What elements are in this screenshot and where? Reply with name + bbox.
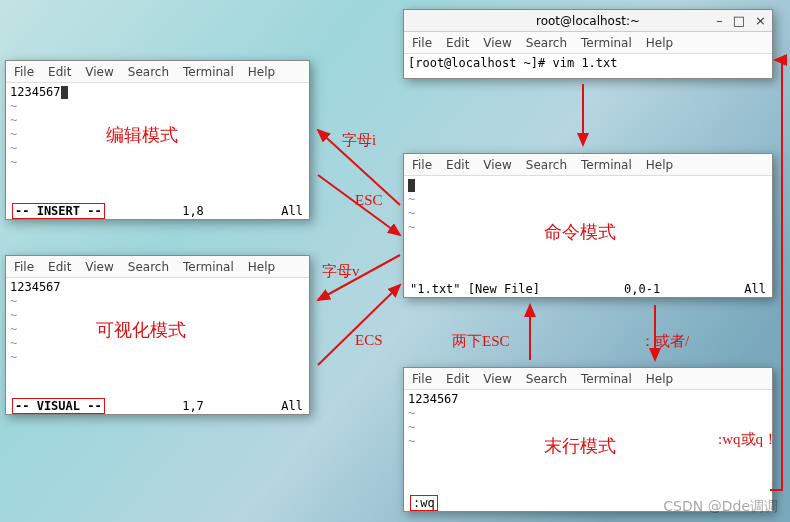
menu-terminal[interactable]: Terminal	[581, 158, 632, 172]
minimize-icon[interactable]: –	[716, 13, 723, 28]
cursor	[408, 179, 415, 192]
menu-file[interactable]: File	[412, 36, 432, 50]
editor-content: 1234567	[10, 280, 61, 294]
close-icon[interactable]: ×	[755, 13, 766, 28]
status-mode: -- VISUAL --	[12, 398, 105, 414]
tilde: ~	[408, 206, 415, 220]
menu-file[interactable]: File	[14, 65, 34, 79]
menubar: File Edit View Search Terminal Help	[6, 256, 309, 278]
tilde: ~	[10, 127, 17, 141]
menu-help[interactable]: Help	[248, 260, 275, 274]
editor-body[interactable]: 1234567 ~ ~ ~ 末行模式	[404, 390, 772, 493]
tilde: ~	[10, 322, 17, 336]
status-bar: -- VISUAL -- 1,7 All	[6, 398, 309, 414]
tilde: ~	[10, 308, 17, 322]
menu-help[interactable]: Help	[646, 36, 673, 50]
status-left: "1.txt" [New File]	[410, 282, 540, 296]
tilde: ~	[10, 155, 17, 169]
menu-help[interactable]: Help	[248, 65, 275, 79]
visual-window: File Edit View Search Terminal Help 1234…	[5, 255, 310, 415]
menu-file[interactable]: File	[412, 158, 432, 172]
tilde: ~	[408, 220, 415, 234]
menubar: File Edit View Search Terminal Help	[404, 154, 772, 176]
window-controls: – □ ×	[716, 13, 766, 28]
annot-letter-v: 字母v	[322, 262, 360, 281]
menu-view[interactable]: View	[85, 260, 113, 274]
menubar: File Edit View Search Terminal Help	[404, 368, 772, 390]
editor-content: 1234567	[10, 85, 61, 99]
annot-ecs: ECS	[355, 332, 383, 349]
shell-prompt: [root@localhost ~]# vim 1.txt	[408, 56, 618, 70]
menu-help[interactable]: Help	[646, 158, 673, 172]
menubar: File Edit View Search Terminal Help	[6, 61, 309, 83]
menubar: File Edit View Search Terminal Help	[404, 32, 772, 54]
editor-body[interactable]: 1234567 ~ ~ ~ ~ ~ 可视化模式	[6, 278, 309, 396]
menu-edit[interactable]: Edit	[446, 158, 469, 172]
tilde: ~	[408, 192, 415, 206]
tilde: ~	[408, 434, 415, 448]
tilde: ~	[10, 294, 17, 308]
shell-body[interactable]: [root@localhost ~]# vim 1.txt	[404, 54, 772, 78]
annot-double-esc: 两下ESC	[452, 332, 510, 351]
status-bar: -- INSERT -- 1,8 All	[6, 203, 309, 219]
mode-label-insert: 编辑模式	[106, 123, 178, 147]
command-window: File Edit View Search Terminal Help ~ ~ …	[403, 153, 773, 298]
annot-colon-or-slash: ：或者/	[640, 332, 689, 351]
status-pos: 1,7	[182, 399, 204, 413]
window-title: root@localhost:~	[536, 14, 640, 28]
mode-label-visual: 可视化模式	[96, 318, 186, 342]
annot-letter-i: 字母i	[342, 131, 376, 150]
status-pos: 0,0-1	[624, 282, 660, 296]
menu-file[interactable]: File	[412, 372, 432, 386]
menu-file[interactable]: File	[14, 260, 34, 274]
menu-edit[interactable]: Edit	[48, 65, 71, 79]
annot-esc: ESC	[355, 192, 383, 209]
cursor	[61, 86, 68, 99]
svg-line-5	[318, 285, 400, 365]
menu-edit[interactable]: Edit	[446, 36, 469, 50]
status-pos: 1,8	[182, 204, 204, 218]
menu-view[interactable]: View	[483, 36, 511, 50]
menu-terminal[interactable]: Terminal	[581, 372, 632, 386]
status-bar: "1.txt" [New File] 0,0-1 All	[404, 281, 772, 297]
status-cmd: :wq	[410, 495, 438, 511]
editor-body[interactable]: ~ ~ ~ 命令模式	[404, 176, 772, 279]
menu-edit[interactable]: Edit	[48, 260, 71, 274]
insert-window: File Edit View Search Terminal Help 1234…	[5, 60, 310, 220]
menu-view[interactable]: View	[85, 65, 113, 79]
editor-content: 1234567	[408, 392, 459, 406]
menu-help[interactable]: Help	[646, 372, 673, 386]
mode-label-lastline: 末行模式	[544, 434, 616, 458]
annot-wq: :wq或q！	[718, 430, 778, 449]
menu-terminal[interactable]: Terminal	[581, 36, 632, 50]
menu-terminal[interactable]: Terminal	[183, 65, 234, 79]
titlebar: root@localhost:~ – □ ×	[404, 10, 772, 32]
watermark: CSDN @Dde调调	[663, 498, 778, 516]
tilde: ~	[10, 99, 17, 113]
tilde: ~	[408, 406, 415, 420]
status-right: All	[744, 282, 766, 296]
menu-search[interactable]: Search	[526, 36, 567, 50]
shell-window: root@localhost:~ – □ × File Edit View Se…	[403, 9, 773, 79]
tilde: ~	[10, 141, 17, 155]
menu-search[interactable]: Search	[526, 158, 567, 172]
tilde: ~	[408, 420, 415, 434]
editor-body[interactable]: 1234567 ~ ~ ~ ~ ~ 编辑模式	[6, 83, 309, 201]
status-right: All	[281, 399, 303, 413]
menu-search[interactable]: Search	[128, 65, 169, 79]
tilde: ~	[10, 336, 17, 350]
status-right: All	[281, 204, 303, 218]
menu-edit[interactable]: Edit	[446, 372, 469, 386]
tilde: ~	[10, 113, 17, 127]
menu-view[interactable]: View	[483, 372, 511, 386]
status-mode: -- INSERT --	[12, 203, 105, 219]
maximize-icon[interactable]: □	[733, 13, 745, 28]
menu-search[interactable]: Search	[526, 372, 567, 386]
menu-view[interactable]: View	[483, 158, 511, 172]
mode-label-command: 命令模式	[544, 220, 616, 244]
tilde: ~	[10, 350, 17, 364]
menu-terminal[interactable]: Terminal	[183, 260, 234, 274]
menu-search[interactable]: Search	[128, 260, 169, 274]
